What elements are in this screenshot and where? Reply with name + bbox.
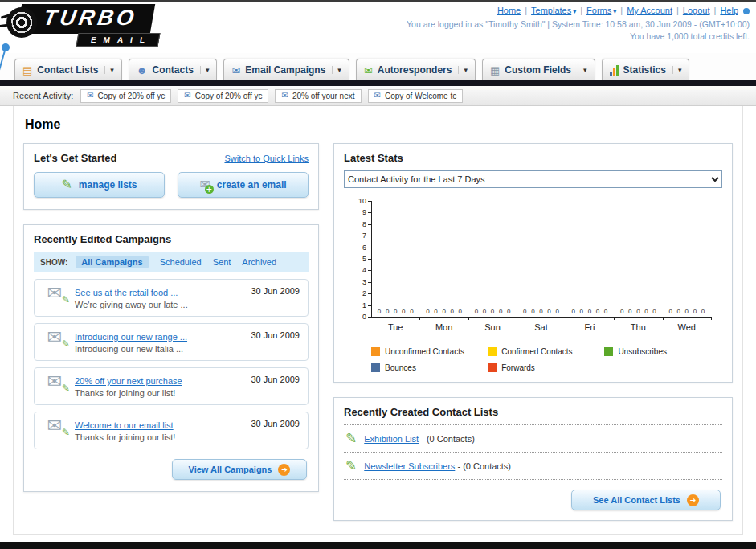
view-all-campaigns-button[interactable]: View All Campaigns ➔ <box>172 459 307 480</box>
contacts-icon: ☻ <box>137 65 148 76</box>
arrow-right-icon: ➔ <box>687 494 699 506</box>
bar-value-label: 0 <box>699 308 707 315</box>
x-axis-category-label: Mon <box>419 322 468 332</box>
header-link-help[interactable]: Help <box>720 6 738 15</box>
nav-tab-contact-lists[interactable]: ▤Contact Lists▾ <box>14 59 122 80</box>
legend-label: Unconfirmed Contacts <box>385 347 464 356</box>
y-axis-tick <box>368 201 371 202</box>
activity-email-icon: ✉ <box>184 92 190 100</box>
latest-stats-panel: Latest Stats Contact Activity for the La… <box>333 143 733 383</box>
see-all-contact-lists-label: See All Contact Lists <box>593 495 680 505</box>
header-link-my-account[interactable]: My Account <box>627 6 672 15</box>
campaign-title-link[interactable]: 20% off your next purchase <box>75 376 182 386</box>
campaign-filter-archived[interactable]: Archived <box>242 257 276 267</box>
header: TURBO EMAIL Home|Templates▾|Forms▾|My Ac… <box>0 2 756 53</box>
bar-value-label: 0 <box>472 308 480 315</box>
contact-lists-title: Recently Created Contact Lists <box>344 406 722 425</box>
legend-item: Bounces <box>371 363 488 372</box>
campaign-text: Introducing our new range ...Introducing… <box>75 329 187 354</box>
campaign-subtitle: Introducing our new Italia ... <box>75 344 187 354</box>
header-links: Home|Templates▾|Forms▾|My Account|Logout… <box>407 6 750 15</box>
nav-tab-email-campaigns[interactable]: ✉Email Campaigns▾ <box>223 59 349 80</box>
legend-swatch <box>371 347 380 356</box>
bar-value-label: 0 <box>399 308 407 315</box>
contact-lists-icon: ▤ <box>22 65 32 76</box>
y-axis-tick <box>368 259 371 260</box>
campaign-title-link[interactable]: Introducing our new range ... <box>75 332 187 342</box>
x-axis-tick <box>711 317 712 320</box>
manage-lists-button[interactable]: ✎ manage lists <box>34 172 165 198</box>
nav-tab-autoresponders[interactable]: ✉Autoresponders▾ <box>356 59 476 80</box>
x-axis-tick <box>468 317 469 320</box>
y-axis-tick-label: 5 <box>345 255 366 263</box>
header-link-logout[interactable]: Logout <box>683 6 710 15</box>
legend-label: Bounces <box>385 363 416 372</box>
legend-item: Unsubscribes <box>604 347 721 356</box>
campaign-filter-sent[interactable]: Sent <box>213 257 231 267</box>
recent-activity-item[interactable]: ✉20% off your next <box>275 89 361 103</box>
contact-list-link[interactable]: Newsletter Subscribers <box>364 461 455 471</box>
bar-value-label: 0 <box>634 308 642 315</box>
chevron-down-icon[interactable]: ▾ <box>332 66 341 74</box>
campaign-title-link[interactable]: See us at the retail food ... <box>75 288 178 297</box>
nav-tab-statistics[interactable]: Statistics▾ <box>602 59 690 80</box>
bar-value-label: 0 <box>586 308 594 315</box>
legend-swatch <box>488 347 497 356</box>
contact-list-link[interactable]: Exhibition List <box>364 434 419 444</box>
bar-value-label: 0 <box>440 308 448 315</box>
switch-quick-links-link[interactable]: Switch to Quick Links <box>224 154 309 163</box>
nav-tab-label: Contact Lists <box>37 64 98 76</box>
chevron-down-icon[interactable]: ▾ <box>200 66 210 74</box>
create-email-button[interactable]: ✉+ create an email <box>178 172 309 198</box>
bar-value-label: 0 <box>521 308 529 315</box>
y-axis-tick-label: 9 <box>345 208 366 216</box>
x-axis-category-label: Sat <box>517 322 565 332</box>
main-content: Home Let's Get Started Switch to Quick L… <box>13 106 743 535</box>
y-axis-tick <box>368 293 371 294</box>
edit-campaign-icon: ✉✎ <box>43 285 67 302</box>
campaign-filter-scheduled[interactable]: Scheduled <box>160 257 202 267</box>
stats-activity-select[interactable]: Contact Activity for the Last 7 Days <box>344 170 722 188</box>
y-axis-tick <box>368 212 371 213</box>
chevron-down-icon[interactable]: ▾ <box>458 66 468 74</box>
campaign-filter-all-campaigns[interactable]: All Campaigns <box>76 256 148 268</box>
bar-value-label: 0 <box>554 308 562 315</box>
header-link-home[interactable]: Home <box>497 6 521 15</box>
nav-tab-label: Autoresponders <box>378 64 452 76</box>
campaign-list: ✉✎See us at the retail food ...We're giv… <box>34 279 309 449</box>
contact-lists-panel: Recently Created Contact Lists ✎Exhibiti… <box>333 397 733 521</box>
header-link-templates[interactable]: Templates▾ <box>531 6 576 15</box>
campaign-row: ✉✎20% off your next purchaseThanks for j… <box>34 367 309 405</box>
create-email-label: create an email <box>217 179 287 191</box>
legend-label: Confirmed Contacts <box>501 347 572 356</box>
contact-list-count: - (0 Contacts) <box>421 434 475 444</box>
recent-activity-item[interactable]: ✉Copy of 20% off yc <box>80 89 171 103</box>
nav-tab-label: Contacts <box>153 64 194 76</box>
latest-stats-title: Latest Stats <box>344 152 722 164</box>
recent-activity-item[interactable]: ✉Copy of 20% off yc <box>178 89 268 103</box>
chevron-down-icon[interactable]: ▾ <box>672 66 682 74</box>
manage-lists-label: manage lists <box>79 179 137 191</box>
x-axis-category-label: Wed <box>663 322 711 332</box>
campaign-title-link[interactable]: Welcome to our email list <box>75 420 174 430</box>
x-axis-category-label: Sun <box>468 322 517 332</box>
recent-activity-item[interactable]: ✉Copy of Welcome tc <box>368 89 464 103</box>
campaign-text: 20% off your next purchaseThanks for joi… <box>75 373 182 398</box>
chevron-down-icon[interactable]: ▾ <box>578 66 587 74</box>
activity-item-label: Copy of Welcome tc <box>385 92 456 100</box>
x-axis-category-label: Fri <box>566 322 614 332</box>
show-label: SHOW: <box>40 258 67 267</box>
nav-tab-contacts[interactable]: ☻Contacts▾ <box>129 59 218 80</box>
arrow-right-icon: ➔ <box>278 464 290 476</box>
decorative-dot <box>743 8 750 14</box>
chevron-down-icon[interactable]: ▾ <box>104 66 114 74</box>
chevron-down-icon: ▾ <box>613 8 616 15</box>
nav-tab-custom-fields[interactable]: ▦Custom Fields▾ <box>482 59 595 80</box>
header-link-forms[interactable]: Forms▾ <box>586 6 616 15</box>
bar-value-label: 0 <box>383 308 391 315</box>
see-all-contact-lists-button[interactable]: See All Contact Lists ➔ <box>571 490 721 510</box>
contact-list-row: ✎Exhibition List - (0 Contacts) <box>344 425 722 453</box>
bar-value-label: 0 <box>505 308 513 315</box>
y-axis-tick <box>368 248 371 248</box>
header-meta: Home|Templates▾|Forms▾|My Account|Logout… <box>407 6 750 41</box>
